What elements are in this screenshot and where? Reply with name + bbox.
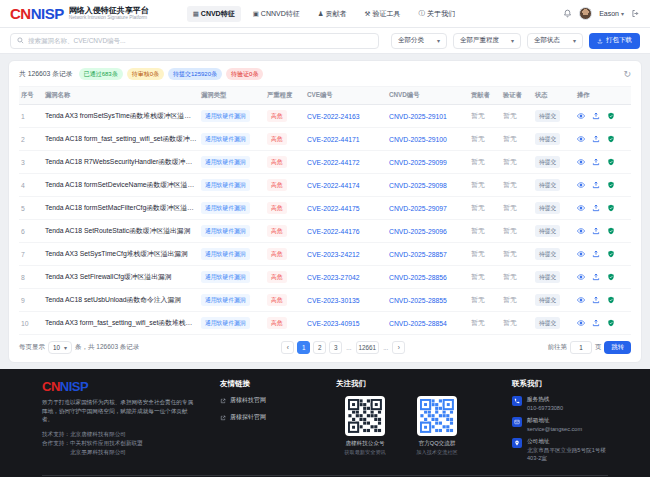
nav-item-cnvd[interactable]: ▦CNVD特征	[187, 6, 241, 22]
phone-icon	[512, 396, 522, 406]
table-row[interactable]: 9Tenda AC18 setUsbUnload函数命令注入漏洞通用软硬件漏洞高…	[19, 289, 631, 312]
verify-button shield-icon[interactable]	[607, 158, 615, 166]
refresh-icon[interactable]: ↻	[623, 70, 631, 79]
batch-download-button[interactable]: 打包下载	[589, 33, 640, 49]
footer-link[interactable]: 唐棣探针官网	[220, 413, 310, 422]
cve-link[interactable]: CVE-2023-27042	[307, 274, 360, 281]
submit-button upload-icon[interactable]	[592, 204, 600, 212]
view-button eye-icon[interactable]	[577, 158, 585, 166]
view-button eye-icon[interactable]	[577, 204, 585, 212]
verify-button shield-icon[interactable]	[607, 135, 615, 143]
verify-button shield-icon[interactable]	[607, 112, 615, 120]
cnvd-link[interactable]: CNVD-2025-28855	[389, 297, 447, 304]
cnvd-link[interactable]: CNVD-2025-29101	[389, 113, 447, 120]
cve-link[interactable]: CVE-2022-24163	[307, 113, 360, 120]
user-avatar[interactable]	[579, 7, 592, 20]
search-input[interactable]	[28, 37, 372, 44]
nav-item-contributors[interactable]: ♟贡献者	[312, 6, 353, 22]
page-button-1[interactable]: 1	[297, 341, 310, 354]
submit-button upload-icon[interactable]	[592, 250, 600, 258]
table-row[interactable]: 10Tenda AX3 form_fast_setting_wifi_set函数…	[19, 312, 631, 335]
cve-link[interactable]: CVE-2023-30135	[307, 297, 360, 304]
bell-icon[interactable]	[563, 9, 572, 18]
verify-button shield-icon[interactable]	[607, 227, 615, 235]
cnvd-link[interactable]: CNVD-2025-29098	[389, 182, 447, 189]
cnvd-link[interactable]: CNVD-2025-29100	[389, 136, 447, 143]
cnvd-link[interactable]: CNVD-2025-29096	[389, 228, 447, 235]
cve-link[interactable]: CVE-2022-44174	[307, 182, 360, 189]
cnvd-link[interactable]: CNVD-2025-28856	[389, 274, 447, 281]
table-row[interactable]: 6Tenda AC18 SetRouteStatic函数缓冲区溢出漏洞通用软硬件…	[19, 220, 631, 243]
submit-button upload-icon[interactable]	[592, 319, 600, 327]
cve-link[interactable]: CVE-2022-44175	[307, 205, 360, 212]
verifier: 暂无	[501, 313, 533, 333]
submit-button upload-icon[interactable]	[592, 227, 600, 235]
view-button eye-icon[interactable]	[577, 112, 585, 120]
category-select[interactable]: 全部分类▾	[391, 33, 447, 49]
vuln-name: Tenda AC18 form_fast_setting_wifi_set函数缓…	[43, 129, 199, 149]
cnvd-link[interactable]: CNVD-2025-28857	[389, 251, 447, 258]
logout-icon[interactable]	[631, 9, 640, 18]
vuln-name: Tenda AC18 formSetDeviceName函数缓冲区溢出漏洞	[43, 175, 199, 195]
verify-button shield-icon[interactable]	[607, 273, 615, 281]
table-row[interactable]: 4Tenda AC18 formSetDeviceName函数缓冲区溢出漏洞通用…	[19, 174, 631, 197]
cve-link[interactable]: CVE-2022-44171	[307, 136, 360, 143]
table-row[interactable]: 2Tenda AC18 form_fast_setting_wifi_set函数…	[19, 128, 631, 151]
cve-link[interactable]: CVE-2022-44176	[307, 228, 360, 235]
nav-item-tools[interactable]: ⚒验证工具	[359, 6, 407, 22]
severity-select[interactable]: 全部严重程度▾	[453, 33, 521, 49]
footer-link[interactable]: 唐棣科技官网	[220, 396, 310, 405]
view-button eye-icon[interactable]	[577, 296, 585, 304]
goto-page-input[interactable]	[570, 341, 592, 354]
table-row[interactable]: 7Tenda AX3 SetSysTimeCfg堆栈缓冲区溢出漏洞通用软硬件漏洞…	[19, 243, 631, 266]
user-menu[interactable]: Eason▾	[599, 10, 624, 17]
page-button-3[interactable]: 3	[329, 341, 342, 354]
submit-button upload-icon[interactable]	[592, 181, 600, 189]
submit-button upload-icon[interactable]	[592, 296, 600, 304]
row-actions	[575, 199, 631, 217]
verify-button shield-icon[interactable]	[607, 250, 615, 258]
status-select[interactable]: 全部状态▾	[527, 33, 583, 49]
row-status: 待提交	[533, 266, 575, 288]
view-button eye-icon[interactable]	[577, 273, 585, 281]
page-size-select[interactable]: 10▾	[48, 341, 72, 354]
verify-button shield-icon[interactable]	[607, 319, 615, 327]
row-status: 待提交	[533, 197, 575, 219]
goto-jump-button[interactable]: 跳转	[604, 341, 631, 354]
row-index: 5	[19, 200, 43, 217]
cnvd-link[interactable]: CNVD-2025-29099	[389, 159, 447, 166]
page-size-group: 每页显示 10▾ 条，共 126603 条记录	[19, 341, 139, 354]
next-page-button[interactable]: ›	[392, 341, 405, 354]
cnvd-link[interactable]: CNVD-2025-29097	[389, 205, 447, 212]
nav-item-cnnvd[interactable]: ▣CNNVD特征	[247, 6, 306, 22]
submit-button upload-icon[interactable]	[592, 135, 600, 143]
nav-item-about[interactable]: ⓘ关于我们	[412, 6, 461, 22]
page-button-12661[interactable]: 12661	[356, 341, 380, 354]
view-button eye-icon[interactable]	[577, 227, 585, 235]
table-row[interactable]: 1Tenda AX3 fromSetSysTime函数堆栈缓冲区溢出漏洞通用软硬…	[19, 105, 631, 128]
submit-button upload-icon[interactable]	[592, 273, 600, 281]
view-button eye-icon[interactable]	[577, 250, 585, 258]
verify-button shield-icon[interactable]	[607, 181, 615, 189]
verify-button shield-icon[interactable]	[607, 296, 615, 304]
submit-button upload-icon[interactable]	[592, 112, 600, 120]
cve-link[interactable]: CVE-2023-40915	[307, 320, 360, 327]
view-button eye-icon[interactable]	[577, 135, 585, 143]
table-row[interactable]: 3Tenda AC18 R7WebsSecurityHandler函数缓冲区溢出…	[19, 151, 631, 174]
table-row[interactable]: 8Tenda AX3 SetFirewallCfg缓冲区溢出漏洞通用软硬件漏洞高…	[19, 266, 631, 289]
page-button-2[interactable]: 2	[313, 341, 326, 354]
view-button eye-icon[interactable]	[577, 319, 585, 327]
cnvd-link[interactable]: CNVD-2025-28854	[389, 320, 447, 327]
contributor: 暂无	[469, 106, 501, 126]
cve-link[interactable]: CVE-2023-24212	[307, 251, 360, 258]
vuln-name: Tenda AX3 form_fast_setting_wifi_set函数堆栈…	[43, 313, 199, 333]
table-row[interactable]: 5Tenda AC18 formSetMacFilterCfg函数缓冲区溢出漏洞…	[19, 197, 631, 220]
vuln-severity: 高危	[265, 289, 305, 311]
mail-icon	[512, 417, 522, 427]
vuln-type: 通用软硬件漏洞	[199, 220, 265, 242]
prev-page-button[interactable]: ‹	[281, 341, 294, 354]
submit-button upload-icon[interactable]	[592, 158, 600, 166]
view-button eye-icon[interactable]	[577, 181, 585, 189]
cve-link[interactable]: CVE-2022-44172	[307, 159, 360, 166]
verify-button shield-icon[interactable]	[607, 204, 615, 212]
